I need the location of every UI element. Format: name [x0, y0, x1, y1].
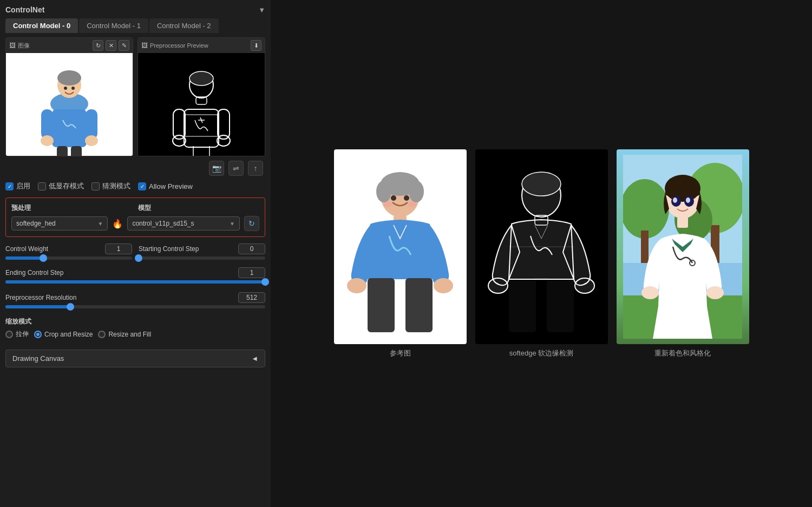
preprocessor-value: softedge_hed — [16, 220, 56, 227]
drawing-canvas-row[interactable]: Drawing Canvas ◄ — [5, 350, 265, 367]
drawing-canvas-label: Drawing Canvas — [12, 354, 64, 363]
lowvram-label: 低显存模式 — [49, 181, 84, 191]
control-weight-track[interactable] — [5, 256, 132, 260]
svg-point-70 — [673, 197, 677, 203]
preprocessor-download-btn[interactable]: ⬇ — [251, 40, 261, 51]
svg-point-38 — [384, 202, 392, 207]
predict-checkbox[interactable]: 猜测模式 — [91, 181, 130, 191]
svg-rect-55 — [641, 231, 649, 263]
svg-point-37 — [404, 195, 409, 201]
source-nurse-svg — [31, 61, 107, 156]
tab-control-model-1[interactable]: Control Model - 1 — [79, 18, 148, 33]
reference-label: 参考图 — [390, 348, 411, 358]
allowpreview-checkbox-box[interactable] — [138, 182, 146, 190]
svg-rect-4 — [41, 109, 53, 139]
control-weight-fill — [5, 256, 43, 260]
ending-step-thumb[interactable] — [261, 278, 269, 286]
source-image-header: 🖼 图像 ↻ ✕ ✎ — [6, 38, 133, 53]
source-close-btn[interactable]: ✕ — [106, 40, 116, 51]
svg-rect-34 — [368, 278, 395, 332]
stylized-nurse-svg — [623, 155, 742, 339]
resize-crop-radio[interactable] — [34, 331, 42, 338]
resize-crop-option[interactable]: Crop and Resize — [34, 331, 93, 338]
preprocessor-res-value[interactable]: 512 — [238, 292, 265, 303]
preprocessor-res-fill — [5, 305, 70, 308]
svg-point-33 — [434, 278, 453, 293]
svg-rect-35 — [405, 278, 433, 332]
swap-button[interactable]: ⇌ — [228, 161, 244, 176]
ending-step-value[interactable]: 1 — [238, 267, 265, 278]
source-image-actions: ↻ ✕ ✎ — [93, 40, 129, 51]
control-weight-value[interactable]: 1 — [105, 243, 132, 254]
softedge-image — [475, 149, 608, 344]
starting-step-thumb[interactable] — [135, 254, 142, 262]
tab-control-model-0[interactable]: Control Model - 0 — [5, 18, 78, 33]
fire-icon[interactable]: 🔥 — [112, 219, 123, 229]
svg-point-10 — [64, 87, 67, 90]
preprocessor-res-row: Preprocessor Resolution 512 — [5, 292, 265, 303]
control-weight-slider-col: Control Weight 1 — [5, 243, 132, 263]
source-refresh-btn[interactable]: ↻ — [93, 40, 103, 51]
preprocessor-nurse-svg — [163, 61, 239, 156]
resize-mode-title: 缩放模式 — [5, 317, 265, 326]
predict-checkbox-box[interactable] — [91, 182, 100, 190]
source-image-box: 🖼 图像 ↻ ✕ ✎ — [5, 37, 133, 156]
svg-rect-63 — [665, 186, 700, 196]
svg-rect-8 — [57, 146, 68, 156]
checkbox-row: 启用 低显存模式 猜测模式 Allow Preview — [5, 181, 265, 191]
starting-step-value[interactable]: 0 — [238, 243, 265, 254]
starting-step-slider-col: Starting Control Step 0 — [139, 243, 265, 263]
svg-rect-3 — [52, 109, 87, 147]
panel-collapse-icon[interactable]: ▼ — [258, 6, 265, 14]
allowpreview-label: Allow Preview — [149, 182, 193, 190]
lowvram-checkbox[interactable]: 低显存模式 — [38, 181, 84, 191]
model-refresh-btn[interactable]: ↻ — [244, 216, 259, 231]
preprocessor-arrow: ▼ — [98, 221, 103, 227]
resize-fill-label: Resize and Fill — [108, 331, 151, 338]
svg-point-39 — [408, 202, 416, 207]
softedge-label: softedge 软边缘检测 — [509, 348, 574, 358]
upload-button[interactable]: ↑ — [248, 161, 263, 176]
source-edit-btn[interactable]: ✎ — [119, 40, 129, 51]
enable-checkbox-box[interactable] — [5, 182, 14, 190]
preprocessor-preview-header: 🖼 Preprocessor Preview ⬇ — [138, 38, 265, 53]
control-weight-row: Control Weight 1 — [5, 243, 132, 254]
enable-label: 启用 — [16, 181, 30, 191]
svg-point-66 — [706, 286, 724, 299]
source-image-content — [6, 53, 133, 156]
resize-fill-option[interactable]: Resize and Fill — [98, 331, 151, 338]
preprocessor-res-label: Preprocessor Resolution — [5, 294, 76, 301]
svg-rect-45 — [547, 278, 574, 332]
svg-point-50 — [522, 172, 561, 196]
model-dropdown[interactable]: control_v11p_sd15_s ▼ — [127, 216, 240, 231]
preprocessor-res-thumb[interactable] — [67, 303, 74, 311]
svg-point-29 — [376, 181, 391, 202]
svg-point-2 — [57, 70, 81, 85]
preprocess-label: 预处理 — [11, 203, 133, 213]
preprocessor-preview-box: 🖼 Preprocessor Preview ⬇ — [137, 37, 265, 156]
preprocessor-dropdown[interactable]: softedge_hed ▼ — [11, 216, 108, 231]
camera-button[interactable]: 📷 — [209, 161, 224, 176]
ending-step-track[interactable] — [5, 280, 265, 284]
preprocessor-model-section: 预处理 模型 softedge_hed ▼ 🔥 control_v11p_sd1… — [5, 197, 265, 237]
enable-checkbox[interactable]: 启用 — [5, 181, 30, 191]
resize-stretch-option[interactable]: 拉伸 — [5, 330, 29, 339]
resize-stretch-radio[interactable] — [5, 331, 13, 338]
control-weight-thumb[interactable] — [40, 254, 47, 262]
svg-rect-44 — [509, 278, 536, 332]
starting-step-track[interactable] — [139, 256, 265, 260]
preprocessor-image-content — [138, 53, 265, 156]
section-labels: 预处理 模型 — [11, 203, 259, 213]
dropdown-row: softedge_hed ▼ 🔥 control_v11p_sd15_s ▼ ↻ — [11, 216, 259, 231]
svg-point-36 — [391, 195, 396, 201]
resize-fill-radio[interactable] — [98, 331, 106, 338]
allowpreview-checkbox[interactable]: Allow Preview — [138, 182, 193, 190]
preprocessor-preview-label: Preprocessor Preview — [150, 42, 208, 49]
lowvram-checkbox-box[interactable] — [38, 182, 46, 190]
svg-point-7 — [85, 135, 98, 146]
predict-label: 猜测模式 — [102, 181, 130, 191]
resize-mode-radio-group: 拉伸 Crop and Resize Resize and Fill — [5, 330, 265, 339]
tab-control-model-2[interactable]: Control Model - 2 — [149, 18, 219, 33]
svg-point-65 — [641, 286, 659, 299]
preprocessor-res-track[interactable] — [5, 305, 265, 308]
